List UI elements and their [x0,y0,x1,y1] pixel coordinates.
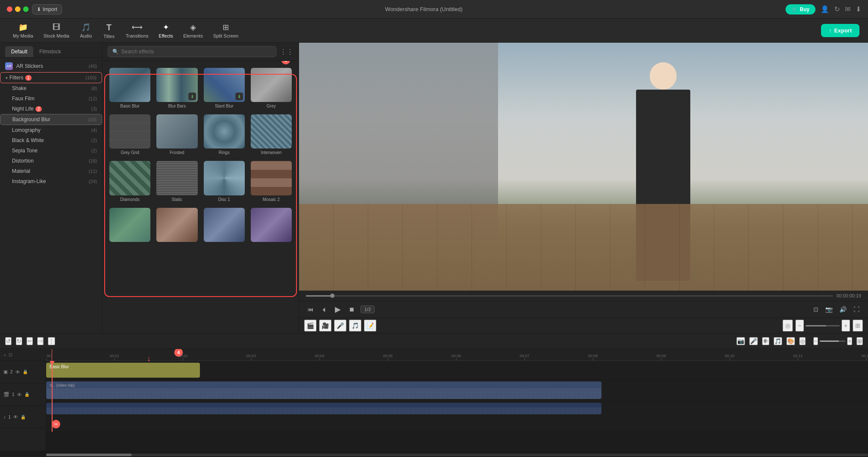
tab-default[interactable]: Default [5,46,33,57]
sidebar-item-night-life[interactable]: Night Life 2 (3) [0,104,102,114]
track-audio-eye[interactable]: 👁 [13,414,18,419]
effect-basic-blur[interactable]: Basic Blur [108,66,152,110]
toolbar-transitions[interactable]: ⟷ Transitions [121,20,152,41]
tl-music-button[interactable]: 🎵 [774,337,782,345]
buy-button[interactable]: 🛒 Buy [786,4,815,15]
effect-mosaic-2[interactable]: Mosaic 2 [249,159,293,203]
undo-button[interactable]: ↺ [5,337,12,345]
close-button[interactable] [7,6,12,12]
split-button[interactable]: ⋮ [48,337,55,345]
tl-zoom-out[interactable]: − [813,337,818,345]
tl-collapse-icon[interactable]: ⊡ [9,352,12,358]
tl-scrollbar-thumb[interactable] [46,454,132,456]
play-button[interactable]: ▶ [333,303,343,316]
sidebar-item-filters[interactable]: ▾ Filters 1 (160) [0,72,102,83]
cut-button[interactable]: ✂ [26,337,33,345]
progress-thumb[interactable] [330,294,334,298]
toolbar-audio[interactable]: 🎵 Audio [75,20,97,41]
zoom-out-button[interactable]: − [795,320,804,332]
tl-zoom-slider[interactable] [820,341,845,342]
sidebar-item-lomography[interactable]: Lomography (4) [0,125,102,135]
tl-add-track-icon[interactable]: + [3,352,6,358]
grid-toggle-icon[interactable]: ⋮⋮ [280,48,293,56]
toolbar-effects[interactable]: ✦ Effects [155,20,177,41]
effect-grey[interactable]: Grey [249,66,293,110]
effect-grey-grid[interactable]: Grey Grid [108,113,152,157]
effect-disc-1[interactable]: Disc 1 [202,159,246,203]
track-video-eye[interactable]: 👁 [17,392,22,397]
redo-button[interactable]: ↻ [16,337,22,345]
search-box[interactable]: 🔍 [108,46,276,57]
tl-camera-button[interactable]: 📷 [736,337,745,345]
effect-rings[interactable]: Rings [202,113,246,157]
stop-button[interactable]: ⏹ [347,304,356,314]
skip-back-button[interactable]: ⏮ [306,304,315,314]
tl-stab-button[interactable]: ◎ [799,337,806,345]
trim-button[interactable]: ⊣ [37,337,44,345]
effect-interwoven[interactable]: Interwoven [249,113,293,157]
effect-frosted[interactable]: Frosted [155,113,199,157]
effect-row4-4[interactable] [249,206,293,245]
track-effects-lock[interactable]: 🔒 [23,370,28,374]
effects-clip[interactable]: Basic Blur [46,363,200,378]
sidebar-item-black-white[interactable]: Black & White (2) [0,135,102,146]
sidebar-item-background-blur[interactable]: Background Blur (16) [0,114,102,125]
preview-tool-5[interactable]: 📝 [364,320,376,332]
grid-view-button[interactable]: ⊞ [853,320,863,332]
sidebar-item-sepia-tone[interactable]: Sepia Tone (2) [0,146,102,156]
effect-static[interactable]: Static [155,159,199,203]
timeline-tracks[interactable]: 00:00 00:01 00:02 00:03 00:04 00:05 00:0… [46,349,868,451]
sidebar-item-instagram-like[interactable]: Instagram-Like (24) [0,176,102,186]
track-effects-eye[interactable]: 👁 [15,370,20,375]
speed-selector[interactable]: 1/2 [361,306,375,313]
sidebar-item-distortion[interactable]: Distortion (18) [0,156,102,166]
toolbar-my-media[interactable]: 📁 My Media [9,20,38,41]
tl-voice-button[interactable]: 🗣 [762,337,769,345]
preview-tool-3[interactable]: 🎤 [334,320,346,332]
preview-render-button[interactable]: ◎ [783,320,793,332]
sidebar-item-shake[interactable]: Shake (8) [0,83,102,93]
refresh-icon[interactable]: ↻ [834,5,840,13]
fullscreen-button[interactable]: ⛶ [852,304,861,314]
export-button[interactable]: ↑ Export [821,24,859,37]
snapshot-button[interactable]: 📷 [824,304,834,314]
import-button[interactable]: ⬇ Import [32,4,62,15]
effect-slant-blur[interactable]: ⬇ Slant Blur [202,66,246,110]
volume-button[interactable]: 🔊 [838,304,848,314]
toolbar-titles[interactable]: T Titles [98,20,120,41]
toolbar-stock-media[interactable]: 🎞 Stock Media [39,20,74,41]
frame-back-button[interactable]: ⏴ [320,304,329,314]
tab-filmstock[interactable]: Filmstock [33,46,67,57]
tl-zoom-in[interactable]: + [847,337,852,345]
audio-clip[interactable] [46,403,601,414]
sidebar-item-faux-film[interactable]: Faux Film (12) [0,93,102,104]
user-icon[interactable]: 👤 [821,5,829,13]
effect-row4-2[interactable] [155,206,199,245]
track-audio-lock[interactable]: 🔒 [21,415,26,419]
mail-icon[interactable]: ✉ [845,5,850,13]
sidebar-item-material[interactable]: Material (11) [0,166,102,176]
track-video-lock[interactable]: 🔒 [24,392,29,397]
search-input[interactable] [121,49,272,55]
download-icon[interactable]: ⬇ [856,5,861,13]
preview-tool-1[interactable]: 🎬 [304,320,317,332]
toolbar-split-screen[interactable]: ⊞ Split Screen [209,20,243,41]
maximize-button[interactable] [23,6,29,12]
progress-bar[interactable] [306,295,833,297]
video-clip[interactable]: S... [video clip] [46,381,601,399]
minimize-button[interactable] [15,6,21,12]
toolbar-elements[interactable]: ◈ Elements [179,20,207,41]
tl-color-button[interactable]: 🎨 [786,337,795,345]
preview-tool-2[interactable]: 🎥 [319,320,331,332]
zoom-slider[interactable] [806,325,840,326]
zoom-in-button[interactable]: + [842,320,850,332]
effect-diamonds[interactable]: Diamonds [108,159,152,203]
fit-window-button[interactable]: ⊡ [812,304,820,314]
preview-tool-4[interactable]: 🎵 [349,320,361,332]
sidebar-item-ar-stickers[interactable]: AR AR Stickers (40) [0,60,102,72]
tl-mic-button[interactable]: 🎤 [749,337,758,345]
effect-blur-bars[interactable]: ⬇ Blur Bars [155,66,199,110]
effect-row4-3[interactable] [202,206,246,245]
tl-layout-button[interactable]: ⊞ [856,337,863,345]
effect-row4-1[interactable] [108,206,152,245]
